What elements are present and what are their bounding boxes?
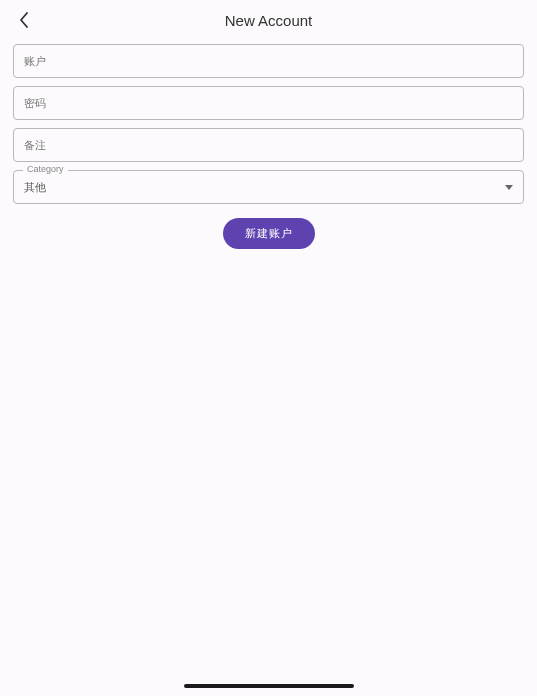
form-container: Category 其他 新建账户: [0, 44, 537, 249]
chevron-left-icon: [19, 12, 29, 28]
password-input[interactable]: [13, 86, 524, 120]
account-input[interactable]: [13, 44, 524, 78]
note-input[interactable]: [13, 128, 524, 162]
category-select[interactable]: 其他: [13, 170, 524, 204]
category-label: Category: [23, 164, 68, 174]
header: New Account: [0, 0, 537, 40]
category-value: 其他: [24, 180, 46, 195]
create-account-button[interactable]: 新建账户: [223, 218, 315, 249]
page-title: New Account: [12, 12, 525, 29]
category-select-wrapper: Category 其他: [13, 170, 524, 204]
back-button[interactable]: [14, 10, 34, 30]
chevron-down-icon: [505, 185, 513, 190]
home-indicator: [184, 684, 354, 688]
